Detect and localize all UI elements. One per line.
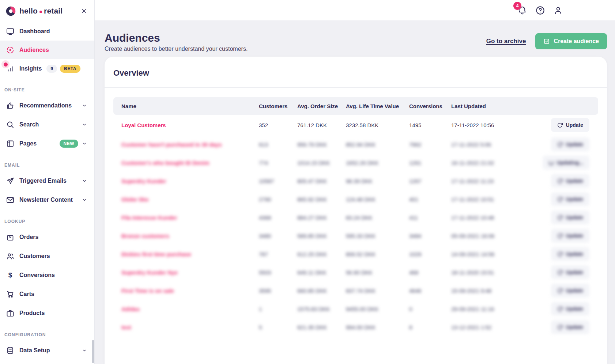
last-updated-value: 17-11-2022 11:23	[451, 178, 553, 184]
section-label-lookup: LOOKUP	[0, 209, 94, 228]
sidebar-item-insights[interactable]: Insights9BETA	[0, 59, 94, 78]
audience-name-link[interactable]: Customer hasn't purchased in 30 days	[121, 141, 259, 148]
sidebar-item-label: Insights	[19, 65, 42, 72]
customers-value: 3595	[259, 288, 297, 294]
chevron-down-icon	[81, 121, 88, 128]
avg-life-time-value: 837.74 DKK	[346, 288, 409, 294]
update-button[interactable]: Update	[551, 284, 589, 297]
updating-button[interactable]: Updating...	[543, 156, 589, 170]
sidebar-item-customers[interactable]: Customers	[0, 247, 94, 266]
update-button[interactable]: Update	[551, 320, 589, 334]
notifications-bell-icon[interactable]: 4	[517, 5, 527, 15]
conversions-value: 401	[409, 196, 451, 202]
create-audience-button[interactable]: Create audience	[535, 33, 607, 49]
avg-order-size-value: 805.47 DKK	[297, 178, 346, 184]
customers-value: 613	[259, 141, 297, 148]
sidebar-item-label: Audiences	[19, 47, 49, 53]
table-row: Adidas 1 1575.83 DKK 9455.00 DKK 0 29-09…	[113, 300, 598, 318]
thumbs-up-icon	[6, 101, 15, 110]
audience-name-link[interactable]: Loyal Customers	[121, 122, 259, 128]
paper-plane-icon	[6, 177, 15, 185]
table-row: First Time is on sale 3595 660.85 DKK 83…	[113, 281, 598, 300]
update-button[interactable]: Update	[551, 247, 589, 261]
column-header-customers: Customers	[259, 103, 297, 109]
update-button[interactable]: Update	[551, 118, 589, 132]
audience-name-link[interactable]: Fila Interesse Kunder	[121, 215, 259, 221]
avg-order-size-value: 1575.83 DKK	[297, 306, 346, 312]
chevron-down-icon	[81, 178, 88, 184]
conversions-value: 1261	[409, 160, 451, 166]
audience-name-link[interactable]: Bronze customers	[121, 233, 259, 239]
sidebar-item-dashboard[interactable]: Dashboard	[0, 22, 94, 41]
update-button[interactable]: Update	[551, 229, 589, 243]
overview-card: Overview NameCustomersAvg. Order SizeAvg…	[105, 57, 607, 364]
last-updated-value: 18-11-2020 15:51	[451, 269, 553, 276]
update-button[interactable]: Update	[551, 302, 589, 316]
refresh-icon	[557, 288, 563, 293]
sidebar-item-label: Customers	[19, 253, 50, 259]
sidebar-item-orders[interactable]: Orders	[0, 228, 94, 247]
avg-order-size-value: 612.25 DKK	[297, 251, 346, 257]
sidebar-item-triggered-emails[interactable]: Triggered Emails	[0, 171, 94, 190]
sidebar-close-icon[interactable]	[80, 7, 88, 15]
sidebar-item-pages[interactable]: PagesNEW	[0, 134, 94, 153]
user-account-icon[interactable]	[553, 5, 563, 15]
sidebar-item-label: Dashboard	[19, 28, 50, 35]
sidebar-item-audiences[interactable]: Audiences	[0, 41, 94, 59]
sidebar-item-search[interactable]: Search	[0, 115, 94, 134]
avg-order-size-value: 1014.15 DKK	[297, 160, 346, 166]
avg-life-time-value: 83.24 DKK	[346, 215, 409, 221]
people-icon	[6, 252, 15, 261]
sidebar-item-recommendations[interactable]: Recommendations	[0, 96, 94, 115]
sidebar-item-carts[interactable]: Carts	[0, 285, 94, 304]
table-body: Loyal Customers 352 761.12 DKK 3232.58 D…	[113, 115, 598, 336]
update-button[interactable]: Update	[551, 192, 589, 206]
main-content: Audiences Create audiences to better und…	[95, 21, 615, 364]
audience-name-link[interactable]: Superdry Kunder	[121, 178, 259, 184]
last-updated-value: 16-11-2022 21:02	[451, 160, 553, 166]
spinner-icon	[549, 160, 554, 165]
avg-life-time-value: 98.39 DKK	[346, 178, 409, 184]
update-button[interactable]: Update	[551, 137, 589, 151]
audience-name-link[interactable]: test	[121, 324, 259, 330]
sidebar-item-products[interactable]: Products	[0, 304, 94, 323]
dollar-icon: $	[6, 271, 15, 280]
table-row: Customer hasn't purchased in 30 days 613…	[113, 135, 598, 153]
update-button[interactable]: Update	[551, 174, 589, 188]
audience-name-link[interactable]: First Time is on sale	[121, 288, 259, 294]
count-badge: 9	[46, 65, 57, 73]
section-label-configuration: CONFIGURATION	[0, 323, 94, 341]
avg-life-time-value: 994.00 DKK	[346, 324, 409, 330]
last-updated-value: 17-11-2022 10:48	[451, 215, 553, 221]
avg-life-time-value: 124.48 DKK	[346, 196, 409, 202]
update-button[interactable]: Update	[551, 211, 589, 224]
audience-name-link[interactable]: Globe Sko	[121, 196, 259, 202]
sidebar: helloretail DashboardAudiencesInsights9B…	[0, 0, 95, 364]
avg-order-size-value: 660.85 DKK	[297, 288, 346, 294]
avg-order-size-value: 761.12 DKK	[297, 122, 346, 128]
column-header-last-updated: Last Updated	[451, 103, 553, 109]
customers-value: 352	[259, 122, 297, 128]
sidebar-item-data-setup[interactable]: Data Setup	[0, 341, 94, 360]
sidebar-item-conversions[interactable]: $Conversions	[0, 266, 94, 285]
avg-life-time-value: 852.94 DKK	[346, 141, 409, 148]
chevron-down-icon	[81, 197, 88, 203]
audiences-table: NameCustomersAvg. Order SizeAvg. Life Ti…	[113, 97, 598, 336]
audience-name-link[interactable]: Customer's who bought ID Denim	[121, 160, 259, 166]
sidebar-item-label: Products	[19, 310, 45, 316]
audience-name-link[interactable]: Superdry Kunder Nye	[121, 269, 259, 276]
sidebar-item-label: Pages	[19, 140, 37, 147]
avg-life-time-value: 3232.58 DKK	[346, 122, 409, 128]
sidebar-scrollbar-thumb[interactable]	[92, 340, 94, 363]
help-icon[interactable]	[535, 5, 545, 15]
envelope-icon	[6, 196, 15, 204]
avg-life-time-value: 595.33 DKK	[346, 233, 409, 239]
refresh-icon	[557, 178, 563, 184]
go-to-archive-link[interactable]: Go to archive	[486, 38, 526, 45]
sidebar-item-newsletter-content[interactable]: Newsletter Content	[0, 190, 94, 209]
audience-name-link[interactable]: Adidas	[121, 306, 259, 312]
chevron-down-icon	[81, 102, 88, 109]
update-button[interactable]: Update	[551, 265, 589, 279]
sidebar-item-label: Newsletter Content	[19, 197, 73, 203]
audience-name-link[interactable]: Dickies first time purchase	[121, 251, 259, 257]
